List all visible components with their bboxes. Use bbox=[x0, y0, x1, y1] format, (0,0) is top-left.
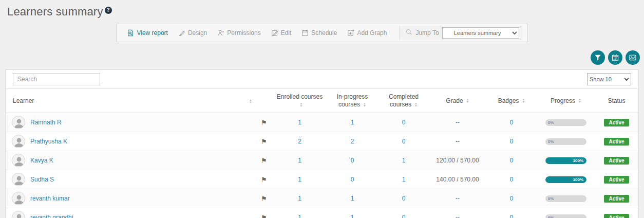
completed-count-link[interactable]: 0 bbox=[402, 138, 406, 145]
enrolled-count-link[interactable]: 1 bbox=[298, 157, 301, 164]
flag-icon[interactable]: ⚑ bbox=[261, 119, 267, 126]
flag-icon[interactable]: ⚑ bbox=[261, 138, 267, 146]
chart-image-icon bbox=[629, 53, 637, 62]
jump-to-label: Jump To bbox=[415, 29, 439, 37]
inprogress-count-link[interactable]: 1 bbox=[351, 195, 354, 202]
badges-count-link[interactable]: 0 bbox=[510, 176, 514, 183]
permissions-button[interactable]: Permissions bbox=[212, 28, 266, 38]
design-button[interactable]: Design bbox=[173, 28, 212, 38]
avatar bbox=[12, 116, 25, 129]
flag-icon[interactable]: ⚑ bbox=[261, 157, 267, 165]
flag-icon[interactable]: ⚑ bbox=[261, 176, 267, 184]
progress-label: 0% bbox=[548, 214, 554, 218]
search-input[interactable] bbox=[13, 73, 100, 85]
learner-name-link[interactable]: Sudha S bbox=[30, 176, 54, 183]
calendar-icon bbox=[611, 53, 619, 62]
jump-to-group: Jump To Learners summary bbox=[399, 26, 522, 40]
report-table-card: Show 10 Learner ▲▼ Enrolled courses▲▼ In… bbox=[5, 69, 639, 218]
completed-count-link[interactable]: 0 bbox=[402, 195, 406, 202]
search-small-icon bbox=[406, 29, 412, 37]
filter-funnel-icon bbox=[594, 53, 602, 62]
add-graph-icon bbox=[347, 29, 354, 37]
help-icon[interactable]: ? bbox=[105, 7, 112, 14]
inprogress-count-link[interactable]: 0 bbox=[351, 157, 354, 164]
sort-icon[interactable]: ▲▼ bbox=[249, 99, 252, 104]
inprogress-count-link[interactable]: 1 bbox=[351, 119, 354, 126]
inprogress-count-link[interactable]: 2 bbox=[351, 138, 354, 145]
col-inprogress: In-progress courses▲▼ bbox=[327, 89, 378, 113]
report-toolbar: View report Design Permissions Edit Sche… bbox=[116, 24, 527, 42]
enrolled-count-link[interactable]: 2 bbox=[298, 138, 301, 145]
inprogress-count-link[interactable]: 1 bbox=[351, 214, 354, 218]
table-row: Kavya K ⚑ 1 0 1 120.00 / 570.00 0 100% A… bbox=[6, 151, 638, 170]
table-row: revanth grandhi ⚑ 1 1 0 -- 0 0% Active bbox=[6, 208, 638, 218]
enrolled-count-link[interactable]: 1 bbox=[298, 195, 301, 202]
graph-button[interactable] bbox=[626, 50, 640, 65]
col-grade: Grade▲▼ bbox=[429, 89, 486, 113]
col-status: Status bbox=[595, 89, 638, 113]
enrolled-count-link[interactable]: 1 bbox=[298, 176, 301, 183]
completed-count-link[interactable]: 1 bbox=[402, 176, 406, 183]
schedule-button[interactable]: Schedule bbox=[296, 28, 342, 38]
sort-icon[interactable]: ▲▼ bbox=[363, 102, 366, 107]
learner-name-link[interactable]: Ramnath R bbox=[30, 119, 62, 126]
status-badge: Active bbox=[604, 195, 629, 203]
badges-count-link[interactable]: 0 bbox=[510, 138, 514, 145]
sort-icon[interactable]: ▲▼ bbox=[522, 98, 525, 103]
progress-label: 0% bbox=[548, 138, 554, 145]
badges-count-link[interactable]: 0 bbox=[510, 157, 514, 164]
grade-value: -- bbox=[429, 189, 486, 208]
learner-name-link[interactable]: revanth kumar bbox=[30, 195, 70, 202]
edit-icon bbox=[271, 29, 278, 37]
flag-icon[interactable]: ⚑ bbox=[261, 195, 267, 203]
learner-name-link[interactable]: revanth grandhi bbox=[30, 214, 73, 218]
calendar-button[interactable] bbox=[608, 50, 622, 65]
learners-table: Learner ▲▼ Enrolled courses▲▼ In-progres… bbox=[6, 88, 638, 218]
completed-count-link[interactable]: 0 bbox=[402, 119, 406, 126]
view-report-icon bbox=[127, 29, 134, 37]
badges-count-link[interactable]: 0 bbox=[510, 195, 514, 202]
sort-icon[interactable]: ▲▼ bbox=[300, 102, 303, 107]
progress-bar: 0% bbox=[545, 138, 586, 145]
flag-icon[interactable]: ⚑ bbox=[261, 214, 267, 218]
badges-count-link[interactable]: 0 bbox=[510, 119, 514, 126]
table-header-row: Learner ▲▼ Enrolled courses▲▼ In-progres… bbox=[6, 89, 638, 113]
grade-value: 120.00 / 570.00 bbox=[429, 151, 486, 170]
permissions-icon bbox=[217, 29, 224, 37]
view-report-button[interactable]: View report bbox=[122, 28, 173, 38]
progress-bar: 0% bbox=[545, 195, 586, 202]
sort-icon[interactable]: ▲▼ bbox=[578, 98, 581, 103]
col-completed: Completed courses▲▼ bbox=[378, 89, 429, 113]
learner-name-link[interactable]: Kavya K bbox=[30, 157, 53, 164]
status-badge: Active bbox=[604, 157, 629, 165]
filter-button[interactable] bbox=[591, 50, 605, 65]
status-badge: Active bbox=[604, 119, 629, 126]
col-enrolled: Enrolled courses▲▼ bbox=[273, 89, 327, 113]
badges-count-link[interactable]: 0 bbox=[510, 214, 514, 218]
add-graph-button[interactable]: Add Graph bbox=[342, 28, 392, 38]
table-row: Prathyusha K ⚑ 2 2 0 -- 0 0% Active bbox=[6, 132, 638, 151]
learner-name-link[interactable]: Prathyusha K bbox=[30, 138, 67, 145]
jump-to-select[interactable]: Learners summary bbox=[442, 27, 519, 39]
quick-actions bbox=[0, 50, 644, 65]
avatar bbox=[12, 154, 25, 167]
table-row: Sudha S ⚑ 1 0 1 140.00 / 570.00 0 100% A… bbox=[6, 170, 638, 189]
completed-count-link[interactable]: 0 bbox=[402, 214, 406, 218]
completed-count-link[interactable]: 1 bbox=[402, 157, 406, 164]
enrolled-count-link[interactable]: 1 bbox=[298, 214, 301, 218]
table-row: Ramnath R ⚑ 1 1 0 -- 0 0% Active bbox=[6, 113, 638, 132]
avatar bbox=[12, 192, 25, 205]
progress-label: 100% bbox=[573, 157, 583, 164]
sort-icon[interactable]: ▲▼ bbox=[414, 102, 418, 107]
show-entries-select[interactable]: Show 10 bbox=[587, 73, 631, 85]
grade-value: 140.00 / 570.00 bbox=[429, 170, 486, 189]
edit-button[interactable]: Edit bbox=[266, 28, 297, 38]
progress-bar: 0% bbox=[545, 214, 586, 218]
progress-bar: 100% bbox=[545, 176, 586, 183]
progress-label: 0% bbox=[548, 195, 554, 202]
sort-icon[interactable]: ▲▼ bbox=[466, 98, 469, 103]
enrolled-count-link[interactable]: 1 bbox=[298, 119, 301, 126]
grade-value: -- bbox=[429, 132, 486, 151]
table-body: Ramnath R ⚑ 1 1 0 -- 0 0% Active Prathyu… bbox=[6, 113, 638, 218]
inprogress-count-link[interactable]: 0 bbox=[351, 176, 354, 183]
